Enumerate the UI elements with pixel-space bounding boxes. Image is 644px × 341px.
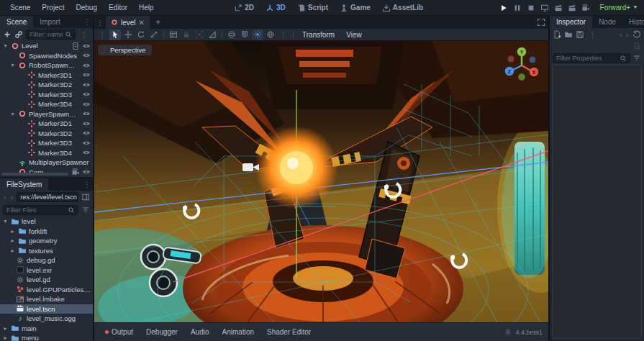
tree-node[interactable]: Marker3D1 [0,71,93,81]
expander-icon[interactable]: ▾ [9,62,16,68]
lock-node-button[interactable] [181,29,192,40]
add-node-button[interactable] [3,30,12,39]
file-sort-icon[interactable] [81,206,90,214]
menu-debug[interactable]: Debug [71,2,101,13]
filesystem-menu-icon[interactable]: ⋮ [81,178,93,191]
save-resource-icon[interactable] [576,30,584,39]
scene-tab-level[interactable]: level ✕ [106,16,150,29]
notification-bell-icon[interactable] [504,328,512,337]
file-row[interactable]: ▸main [0,324,93,334]
tab-scene[interactable]: Scene [0,16,33,28]
file-row[interactable]: level.lmbake [0,294,93,304]
file-row[interactable]: ▸forklift [0,227,93,237]
viewport-3d[interactable]: ⋮ Perspective Y X Z [94,41,548,322]
remote-debug-button[interactable] [540,4,549,12]
scene-tree-menu-icon[interactable]: ⋮ [78,31,90,39]
resource-extra-menu-icon[interactable]: ⋮ [587,31,599,39]
current-path-field[interactable]: res://level/level.tscn [17,192,78,202]
expander-icon[interactable]: ▸ [9,247,16,254]
expander-icon[interactable]: ▸ [9,237,16,244]
load-resource-folder-icon[interactable] [564,30,573,39]
visibility-eye-icon[interactable] [82,148,91,157]
expander-icon[interactable]: ▾ [2,42,9,49]
axis-orientation-gizmo[interactable]: Y X Z [501,44,543,86]
file-row[interactable]: level.exr [0,265,93,276]
select-mode-button[interactable] [109,29,121,40]
menu-project[interactable]: Project [37,2,68,13]
file-row[interactable]: debug.gd [0,255,93,265]
bottom-tab-shader-editor[interactable]: Shader Editor [262,326,316,338]
property-filter-input[interactable] [556,55,617,62]
scale-mode-button[interactable] [148,29,160,40]
file-filter-input[interactable] [6,206,65,214]
tab-inspector[interactable]: Inspector [550,16,592,28]
view-menu[interactable]: View [341,31,367,39]
local-space-button[interactable] [226,29,237,40]
transform-menu[interactable]: Transform [297,31,340,39]
tree-node[interactable]: ▾PlayerSpawnpoints [0,109,93,119]
new-resource-icon[interactable] [553,30,561,39]
play-custom-scene-button[interactable] [568,4,576,12]
history-back-button[interactable]: ‹ [619,30,623,39]
file-row[interactable]: ♪level_music.ogg [0,314,93,324]
stop-button[interactable] [527,4,535,12]
expand-viewport-icon[interactable] [537,18,545,27]
visibility-eye-icon[interactable] [82,71,91,79]
expander-icon[interactable]: ▸ [9,228,16,235]
history-list-icon[interactable] [632,30,641,39]
preview-environment-button[interactable] [265,29,276,40]
move-mode-button[interactable] [122,29,134,40]
close-tab-icon[interactable]: ✕ [139,19,145,27]
file-row-selected[interactable]: level.tscn [0,304,93,314]
snap-toggle-button[interactable] [239,29,250,40]
nav-back-button[interactable]: ‹ [3,193,7,201]
tree-node[interactable]: Marker3D3 [0,90,93,100]
visibility-eye-icon[interactable] [82,81,91,89]
tree-node[interactable]: Marker3D2 [0,129,93,139]
file-row[interactable]: ▸menu [0,333,93,341]
history-forward-button[interactable]: › [625,30,630,39]
file-row[interactable]: ▸textures [0,246,93,256]
tree-node[interactable]: Marker3D2 [0,80,93,90]
tree-node[interactable]: ▾Level [0,41,93,51]
bottom-tab-animation[interactable]: Animation [217,326,259,338]
file-row[interactable]: level.GPUParticlesCollisio... [0,285,93,295]
scene-filter-input[interactable] [30,31,63,38]
tree-node[interactable]: SpawnedNodes [0,51,93,61]
renderer-dropdown[interactable]: Forward+▼ [600,4,638,12]
bottom-tab-audio[interactable]: Audio [186,326,214,338]
nav-forward-button[interactable]: › [10,193,14,201]
tab-import[interactable]: Import [33,16,66,28]
file-row[interactable]: level.gd [0,275,93,285]
expander-icon[interactable]: ▾ [9,111,16,117]
script-attached-icon[interactable] [71,42,80,50]
bottom-tab-output[interactable]: Output [100,326,138,338]
tab-node[interactable]: Node [592,16,622,28]
menu-editor[interactable]: Editor [104,2,132,13]
expander-icon[interactable]: ▸ [2,325,9,332]
visibility-eye-icon[interactable] [82,139,91,147]
pause-button[interactable] [513,4,522,12]
visibility-eye-icon[interactable] [82,90,91,99]
play-scene-button[interactable] [554,4,563,12]
scene-dock-menu-icon[interactable]: ⋮ [81,16,93,28]
instance-scene-button[interactable] [14,30,23,39]
visibility-eye-icon[interactable] [82,109,91,118]
sun-environment-menu-icon[interactable]: ⋮ [278,31,289,39]
scene-tree-hscrollbar[interactable] [1,173,68,176]
visibility-eye-icon[interactable] [82,100,91,109]
file-row[interactable]: ▸geometry [0,236,93,246]
menu-scene[interactable]: Scene [6,2,35,13]
group-node-button[interactable] [194,29,205,40]
tree-node[interactable]: Marker3D1 [0,119,93,129]
tab-history[interactable]: History [622,16,644,28]
tab-filesystem[interactable]: FileSystem [0,178,48,191]
visibility-eye-icon[interactable] [82,168,91,176]
bottom-tab-debugger[interactable]: Debugger [141,326,183,338]
tree-node[interactable]: Marker3D4 [0,148,93,158]
tree-node[interactable]: MultiplayerSpawner [0,158,93,168]
rotate-mode-button[interactable] [135,29,147,40]
visibility-eye-icon[interactable] [82,61,91,70]
visibility-eye-icon[interactable] [82,51,91,60]
menu-help[interactable]: Help [135,2,158,13]
